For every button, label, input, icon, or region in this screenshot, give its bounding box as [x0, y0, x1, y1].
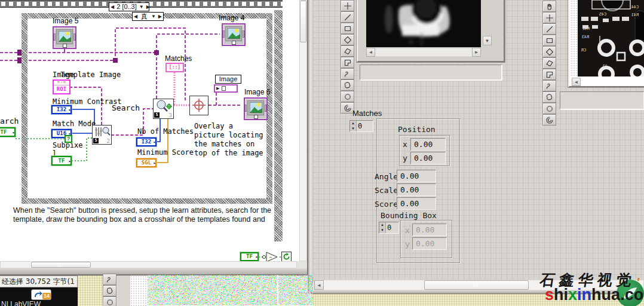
freehand-closed-tool-button[interactable] [103, 285, 116, 296]
scale-field[interactable]: 0.00 [397, 183, 436, 196]
bounding-box-index-value[interactable]: 0 [386, 222, 398, 233]
image6-label: Image 6 [244, 88, 270, 96]
freehand-closed-tool-button[interactable] [341, 79, 354, 91]
search-boolean-terminal[interactable]: TF▸ [0, 127, 16, 137]
score-field[interactable]: 0.00 [397, 197, 436, 210]
match-pattern-node[interactable]: S 3 [153, 99, 174, 119]
panel-scroll-left-icon[interactable]: ◄ [314, 280, 324, 290]
matches-index-spinner[interactable]: ▲▼ 0 [349, 120, 373, 132]
hand-tool-button[interactable] [542, 1, 556, 12]
background-panel-gray [117, 276, 130, 306]
case-selector-tunnel[interactable]: ? [65, 135, 72, 143]
pcb-label: C45 [599, 12, 607, 17]
overlay-crosshair-node[interactable] [189, 96, 208, 115]
image-free-label[interactable]: Image [215, 75, 241, 84]
matches-index-value[interactable]: 0 [357, 121, 373, 131]
bb-x-field[interactable]: 0.00 [412, 224, 447, 236]
labview-app-icon[interactable]: 14 [31, 289, 51, 300]
freehand-icon [106, 276, 114, 284]
image-wire-node[interactable]: ▶ [214, 84, 238, 93]
watermark: 石鑫华视觉 shixinhua.com ' [538, 270, 644, 306]
roi-constant[interactable]: ?! ! ?! ROI [53, 79, 70, 94]
freehand-closed-icon [344, 81, 352, 90]
rotated-rectangle-tool-button[interactable] [542, 57, 556, 69]
spinner-arrows[interactable]: ▲▼ [379, 222, 386, 233]
sequence-frame-selector[interactable]: ◀ 2 [0..3] ▼ ▶ [109, 2, 149, 11]
pcb-label: R43 [582, 35, 590, 39]
freehand-tool-button[interactable] [103, 274, 116, 285]
bounding-box-index-spinner[interactable]: ▲▼ 0 [379, 222, 399, 234]
frame-menu-icon[interactable]: ▼ [138, 3, 145, 11]
oval-tool-button[interactable] [103, 296, 116, 306]
watermark-letter: i [564, 286, 569, 304]
freehand-tool-button[interactable] [542, 80, 556, 91]
bb-y-field[interactable]: 0.00 [412, 237, 447, 250]
oval-tool-button[interactable] [341, 91, 354, 102]
annulus-tool-button[interactable] [542, 114, 556, 126]
polygon-tool-button[interactable] [542, 69, 556, 80]
page-glyph [232, 41, 236, 45]
minimum-contrast-terminal[interactable]: I32▸ [51, 105, 72, 114]
setup-match-pattern-node[interactable]: S 2 [92, 125, 112, 145]
freehand-tool-button[interactable] [341, 68, 354, 79]
image5-terminal[interactable] [53, 26, 76, 49]
bottom-strip: 经选择 30,752 字节(1 个文 14 NI LabVIEW [0, 276, 308, 306]
minimum-score-terminal[interactable]: SGL▸ [136, 158, 157, 167]
crosshair-tool-button[interactable] [542, 12, 556, 23]
case-selector[interactable]: ◀ 真 ▼ ▶ [132, 12, 164, 21]
diamond-tool-button[interactable] [542, 46, 556, 57]
svg-text:¬: ¬ [269, 255, 272, 260]
subpixel-terminal[interactable]: TF▸ [51, 156, 72, 166]
spinner-arrows[interactable]: ▲▼ [350, 121, 357, 131]
image4-terminal[interactable] [222, 23, 246, 46]
image54-content[interactable] [366, 0, 481, 47]
left-tab [223, 30, 225, 38]
taskbar-app-label[interactable]: NI LabVIEW [1, 300, 41, 306]
panel-hscroll-thumb[interactable] [424, 280, 529, 290]
polygon-tool-button[interactable] [341, 57, 354, 68]
position-x-field[interactable]: 0.00 [410, 138, 446, 151]
image512-content[interactable]: C45C44R41R42R43CRJ2 [578, 0, 644, 76]
image54-scroll-down-icon[interactable]: ▼ [483, 36, 492, 45]
diagram-vscroll-thumb[interactable] [300, 1, 306, 42]
frame-next-icon[interactable]: ▶ [145, 3, 151, 11]
rectangle-tool-button[interactable] [341, 23, 354, 34]
image512-scroll-left-icon[interactable]: ◄ [572, 78, 581, 86]
image6-terminal[interactable] [244, 97, 268, 120]
watermark-letter: s [545, 286, 554, 304]
nb-of-matches-terminal[interactable]: I32▸ [136, 137, 157, 146]
arrow-icon: ▸ [154, 160, 156, 167]
loop-condition-terminal[interactable] [281, 252, 292, 262]
case-next-icon[interactable]: ▶ [157, 13, 163, 20]
image54-scroll-right-icon[interactable]: ► [472, 48, 481, 57]
case-bottom-border[interactable] [22, 198, 272, 204]
matches-array-constant[interactable]: [::] [165, 63, 184, 72]
line-tool-button[interactable] [341, 11, 354, 23]
freehand-closed-tool-button[interactable] [542, 91, 556, 103]
rotated-rectangle-tool-button[interactable] [341, 45, 354, 57]
stop-boolean-terminal[interactable]: TF▸ [240, 252, 259, 261]
frame-prev-icon[interactable]: ◀ [109, 3, 115, 11]
case-prev-icon[interactable]: ◀ [133, 13, 139, 20]
case-left-border[interactable] [22, 13, 27, 204]
pcb-label: C44 [631, 5, 639, 10]
case-menu-icon[interactable]: ▼ [150, 13, 157, 20]
rotated-rectangle-icon [344, 47, 352, 56]
position-y-field[interactable]: 0.00 [410, 152, 446, 164]
arrow-icon: ▸ [69, 107, 71, 114]
left-tab [54, 33, 56, 41]
score-value: 0.00 [400, 199, 419, 208]
scroll-corner [297, 261, 307, 268]
diamond-tool-button[interactable] [341, 34, 354, 45]
diagram-hscroll-thumb[interactable] [31, 262, 91, 268]
roi-tool-palette-left [341, 0, 354, 114]
rectangle-tool-button[interactable] [542, 35, 556, 46]
image54-hscrollbar[interactable] [366, 48, 481, 57]
roi-tool-palette-bottom [103, 274, 116, 306]
crosshair-tool-button[interactable] [341, 0, 354, 11]
angle-field[interactable]: 0.00 [397, 170, 436, 182]
line-tool-button[interactable] [542, 23, 556, 35]
image54-scroll-left-icon[interactable]: ◄ [366, 48, 375, 57]
oval-tool-button[interactable] [542, 103, 556, 114]
diamond-icon [545, 48, 554, 56]
